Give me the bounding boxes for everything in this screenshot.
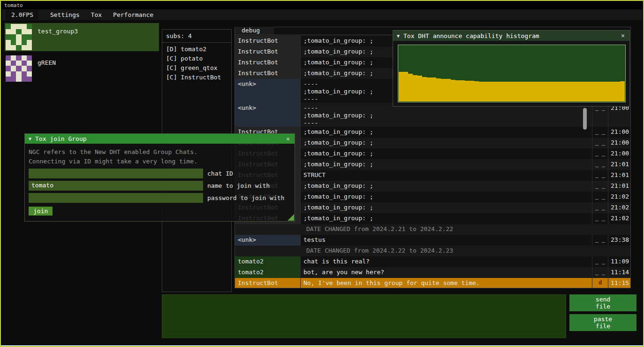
histogram-bar: [493, 82, 498, 101]
date-separator-row: DATE CHANGED from 2024.2.22 to 2024.2.23: [235, 246, 630, 256]
group-name: test_group3: [38, 28, 78, 50]
histogram-bar: [479, 82, 484, 101]
message-input[interactable]: [162, 294, 566, 338]
close-icon[interactable]: ✕: [283, 135, 293, 143]
send-file-button[interactable]: send file: [569, 294, 636, 311]
message-time: 21:02: [608, 202, 630, 213]
histogram-bar: [545, 82, 549, 101]
paste-file-button[interactable]: paste file: [569, 314, 636, 331]
date-changed-text: DATE CHANGED from 2024.2.21 to 2024.2.22: [235, 224, 453, 235]
histogram-bar: [550, 82, 554, 101]
delivery-status: _ _: [592, 202, 608, 213]
histogram-bar: [606, 82, 611, 101]
chat-id-label: chat ID: [207, 170, 233, 177]
message-row[interactable]: InstructBotNo, I've been in this group f…: [235, 278, 630, 288]
histogram-bar: [432, 77, 436, 101]
sub-item-InstructBot[interactable]: [C] InstructBot: [166, 73, 227, 82]
message-time: 21:01: [608, 181, 630, 192]
sub-item-green_qtox[interactable]: [C] green_qtox: [166, 63, 227, 73]
group-avatar: [6, 24, 32, 50]
sub-item-tomato2[interactable]: [D] tomato2: [166, 45, 227, 54]
histogram-bar: [573, 82, 578, 101]
histogram-bar: [516, 82, 521, 101]
delivery-status: _ _: [592, 181, 608, 192]
paste-file-label-line1: paste: [594, 316, 612, 323]
histogram-bar: [540, 82, 545, 101]
join-password-label: password to join with: [207, 194, 284, 201]
histogram-bar: [451, 80, 455, 101]
message-time: 11:14: [608, 267, 630, 278]
menu-item-performance[interactable]: Performance: [107, 10, 159, 20]
message-text: chat is this real?: [301, 256, 592, 267]
dht-histogram-titlebar[interactable]: ▼ Tox DHT announce capability histogram …: [393, 31, 629, 41]
dht-histogram-title: Tox DHT announce capability histogram: [403, 32, 539, 39]
menu-item-tox[interactable]: Tox: [85, 10, 107, 20]
join-name-input[interactable]: tomato: [29, 181, 203, 191]
chat-scrollbar-thumb[interactable]: [583, 108, 587, 130]
group-item-test_group3[interactable]: test_group3: [5, 23, 159, 51]
histogram-bar: [498, 82, 502, 101]
delivery-status: _ _: [592, 148, 608, 159]
group-avatar: [6, 55, 32, 82]
group-name: gREEN: [38, 59, 56, 82]
histogram-bar: [455, 80, 460, 101]
sender-name: <unk>: [235, 79, 301, 103]
menu-item-settings[interactable]: Settings: [45, 10, 85, 20]
message-time: 11:15: [608, 278, 630, 288]
histogram-bar: [441, 79, 446, 101]
join-name-label: name to join with: [207, 182, 270, 189]
message-text: No, I've been in this group for quite so…: [301, 278, 592, 288]
message-row[interactable]: tomato2chat is this real?_ _11:09: [235, 256, 630, 267]
resize-grip[interactable]: [288, 214, 294, 221]
histogram-bar: [601, 82, 606, 101]
histogram-bar: [399, 72, 403, 101]
histogram-bar: [568, 82, 573, 101]
join-group-window: ▼ Tox join Group ✕ NGC refers to the New…: [24, 133, 295, 222]
window-frame: tomato 2.0FPS SettingsToxPerformance tes…: [0, 0, 644, 347]
histogram-bar: [474, 81, 479, 101]
date-changed-text: DATE CHANGED from 2024.2.22 to 2024.2.23: [235, 246, 453, 256]
message-text: ;tomato_in_group: ;: [301, 148, 592, 159]
histogram-bar: [512, 82, 516, 101]
message-text: ;tomato_in_group: ;: [301, 202, 592, 213]
message-time: 11:09: [608, 256, 630, 267]
chat-id-input[interactable]: [29, 169, 203, 178]
histogram-bar: [554, 82, 559, 101]
message-text: ;tomato_in_group: ;: [301, 127, 592, 138]
sender-name: InstructBot: [235, 46, 301, 57]
histogram-bar: [446, 79, 450, 101]
send-file-label-line2: file: [596, 303, 610, 310]
paste-file-label-line2: file: [596, 323, 610, 330]
histogram-bar: [427, 77, 432, 101]
histogram-bar: [587, 82, 592, 101]
delivery-status: _ _: [592, 235, 608, 246]
tab-debug[interactable]: debug: [235, 27, 274, 35]
histogram-bar: [526, 82, 530, 101]
collapse-arrow-icon[interactable]: ▼: [397, 33, 400, 39]
message-text: ;tomato_in_group: ;: [301, 181, 592, 192]
group-item-gREEN[interactable]: gREEN: [5, 54, 159, 83]
histogram-bar: [578, 82, 583, 101]
message-row[interactable]: tomato2bot, are you new here?_ _11:14: [235, 267, 630, 278]
sender-name: <unk>: [235, 103, 301, 127]
histogram-bar: [422, 77, 427, 101]
message-text: ;tomato_in_group: ;: [301, 192, 592, 202]
histogram-bars: [399, 46, 625, 101]
join-button[interactable]: join: [29, 207, 53, 216]
collapse-arrow-icon[interactable]: ▼: [29, 136, 31, 141]
join-group-title: Tox join Group: [35, 135, 87, 142]
date-separator-row: DATE CHANGED from 2024.2.21 to 2024.2.22: [235, 224, 630, 235]
delivery-status: _ _: [592, 192, 608, 202]
join-password-input[interactable]: [29, 193, 203, 203]
sender-name: tomato2: [235, 267, 301, 278]
close-icon[interactable]: ✕: [618, 31, 628, 40]
delivery-status: d: [592, 278, 608, 288]
join-name-value: tomato: [31, 182, 53, 189]
window-titlebar[interactable]: tomato: [2, 2, 642, 9]
join-group-titlebar[interactable]: ▼ Tox join Group ✕: [25, 134, 295, 144]
sub-item-potato[interactable]: [C] potato: [166, 54, 227, 63]
menu-bar: 2.0FPS SettingsToxPerformance: [2, 9, 642, 20]
histogram-bar: [470, 81, 474, 101]
message-row[interactable]: <unk>testus_ _23:38: [235, 235, 630, 246]
message-time: 23:38: [608, 235, 630, 246]
